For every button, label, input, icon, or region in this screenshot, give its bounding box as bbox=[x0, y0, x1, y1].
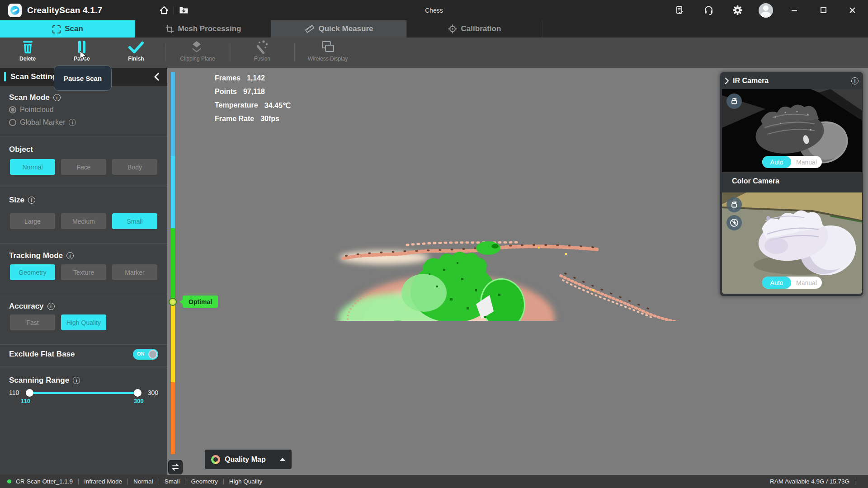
points-label: Points bbox=[215, 88, 237, 96]
global-marker-info-icon[interactable] bbox=[69, 119, 76, 126]
optimal-label: Optimal bbox=[189, 298, 212, 305]
radio-pointcloud[interactable]: Pointcloud bbox=[9, 106, 54, 114]
scanning-range-info-icon[interactable] bbox=[73, 377, 80, 384]
toolbar-divider bbox=[231, 44, 231, 62]
status-divider bbox=[78, 479, 79, 485]
ir-manual-button[interactable]: Manual bbox=[791, 159, 822, 166]
colorbar-orange-segment bbox=[171, 382, 175, 454]
scanning-range-slider[interactable]: 110 300 bbox=[9, 388, 158, 398]
tracking-texture-button[interactable]: Texture bbox=[61, 264, 106, 280]
mesh-processing-icon bbox=[165, 25, 174, 33]
status-size: Small bbox=[165, 478, 180, 485]
tab-calibration[interactable]: Calibration bbox=[407, 20, 542, 38]
slider-track[interactable] bbox=[27, 392, 140, 394]
scan-mode-info-icon[interactable] bbox=[53, 94, 61, 101]
object-face-button[interactable]: Face bbox=[61, 159, 106, 175]
status-object: Normal bbox=[133, 478, 153, 485]
swap-arrows-icon bbox=[171, 463, 180, 472]
slider-handle-max[interactable] bbox=[134, 389, 142, 397]
color-manual-button[interactable]: Manual bbox=[791, 279, 822, 286]
clipping-plane-button[interactable]: Clipping Plane bbox=[176, 39, 219, 66]
tracking-mode-label: Tracking Mode bbox=[9, 251, 63, 260]
maximize-button[interactable] bbox=[816, 3, 831, 18]
close-button[interactable] bbox=[844, 3, 860, 18]
object-normal-button[interactable]: Normal bbox=[10, 159, 55, 175]
titlebar: CrealityScan 4.1.7 Chess bbox=[0, 0, 868, 20]
titlebar-divider bbox=[174, 6, 174, 14]
flip-colorbar-button[interactable] bbox=[168, 460, 183, 474]
support-button[interactable] bbox=[701, 3, 716, 18]
tab-quick-measure[interactable]: Quick Measure bbox=[271, 20, 407, 38]
toggle-on-label: ON bbox=[137, 351, 145, 357]
status-mode: Infrared Mode bbox=[84, 478, 122, 485]
tab-mesh-processing[interactable]: Mesh Processing bbox=[136, 20, 271, 38]
exclude-flat-base-toggle[interactable]: ON bbox=[133, 349, 158, 360]
accuracy-high-quality-button[interactable]: High Quality bbox=[61, 314, 106, 330]
range-min-label: 110 bbox=[9, 389, 22, 396]
fusion-button[interactable]: Fusion bbox=[241, 39, 284, 66]
delete-label: Delete bbox=[19, 56, 36, 62]
exclude-flat-base-label: Exclude Flat Base bbox=[9, 350, 75, 359]
maximize-icon bbox=[820, 7, 827, 14]
collapse-sidebar-button[interactable] bbox=[151, 71, 162, 82]
tracking-marker-button[interactable]: Marker bbox=[112, 264, 157, 280]
quality-map-dropdown[interactable]: Quality Map bbox=[205, 450, 292, 469]
wireless-display-button[interactable]: Wireless Display bbox=[306, 39, 349, 66]
pause-scan-tooltip: Pause Scan bbox=[54, 66, 112, 91]
size-large-button[interactable]: Large bbox=[10, 213, 55, 229]
ir-camera-info-icon[interactable] bbox=[851, 77, 859, 84]
size-small-button[interactable]: Small bbox=[112, 213, 157, 229]
chevron-left-icon bbox=[154, 73, 159, 81]
section-divider bbox=[0, 344, 167, 345]
chevron-right-icon[interactable] bbox=[725, 77, 729, 84]
app-logo-icon bbox=[8, 4, 22, 17]
settings-button[interactable] bbox=[730, 3, 745, 18]
radio-global-marker[interactable]: Global Marker bbox=[9, 118, 76, 127]
accuracy-label: Accuracy bbox=[9, 302, 44, 311]
size-medium-button[interactable]: Medium bbox=[61, 213, 106, 229]
color-exposure-switch: Auto Manual bbox=[762, 277, 822, 289]
slider-handle-min[interactable] bbox=[26, 389, 33, 397]
firmware-button[interactable] bbox=[672, 3, 687, 18]
temperature-label: Temperature bbox=[215, 101, 258, 109]
tracking-mode-info-icon[interactable] bbox=[66, 252, 74, 259]
status-divider bbox=[185, 479, 185, 485]
flash-off-icon bbox=[730, 218, 739, 227]
user-avatar[interactable] bbox=[759, 3, 773, 18]
scan-mode-section: Scan Mode bbox=[9, 93, 61, 102]
toolbar: Delete Pause Finish Clipping Plane Fusio… bbox=[0, 38, 868, 68]
delete-button[interactable]: Delete bbox=[6, 39, 49, 66]
tab-scan[interactable]: Scan bbox=[0, 20, 136, 38]
flash-off-button[interactable] bbox=[726, 215, 742, 230]
tabbar-spacer bbox=[542, 20, 868, 38]
scan-pointcloud-render bbox=[249, 185, 701, 321]
ir-rotate-button[interactable] bbox=[726, 94, 742, 109]
open-project-button[interactable] bbox=[176, 3, 191, 18]
finish-button[interactable]: Finish bbox=[114, 39, 158, 66]
minimize-button[interactable] bbox=[787, 3, 802, 18]
toolbar-divider bbox=[165, 44, 165, 62]
color-auto-button[interactable]: Auto bbox=[762, 277, 791, 289]
tab-mesh-processing-label: Mesh Processing bbox=[178, 24, 241, 33]
tracking-geometry-button[interactable]: Geometry bbox=[10, 264, 55, 280]
colorbar-blue-segment bbox=[171, 72, 175, 156]
section-divider bbox=[0, 136, 167, 136]
accuracy-info-icon[interactable] bbox=[47, 303, 55, 310]
chevron-up-icon bbox=[280, 458, 285, 461]
ir-auto-button[interactable]: Auto bbox=[762, 156, 791, 168]
section-divider bbox=[0, 294, 167, 294]
finish-label: Finish bbox=[128, 56, 144, 62]
rotate-icon bbox=[730, 201, 738, 209]
ir-camera-view: Auto Manual bbox=[722, 89, 862, 172]
status-tracking: Geometry bbox=[191, 478, 217, 485]
optimal-badge: Optimal bbox=[183, 296, 218, 308]
status-divider bbox=[159, 479, 159, 485]
quality-map-label: Quality Map bbox=[225, 455, 275, 464]
color-rotate-button[interactable] bbox=[726, 197, 742, 212]
accuracy-fast-button[interactable]: Fast bbox=[10, 314, 55, 330]
color-camera-title: Color Camera bbox=[732, 177, 779, 185]
home-button[interactable] bbox=[156, 3, 172, 18]
object-body-button[interactable]: Body bbox=[112, 159, 157, 175]
size-info-icon[interactable] bbox=[28, 197, 35, 204]
scanning-range-section: Scanning Range bbox=[9, 376, 80, 385]
